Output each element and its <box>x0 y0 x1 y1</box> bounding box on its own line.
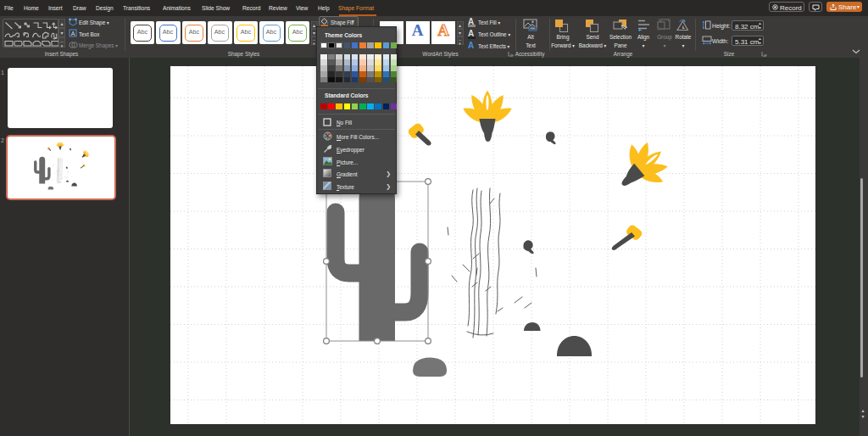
svg-text:A: A <box>71 31 75 36</box>
